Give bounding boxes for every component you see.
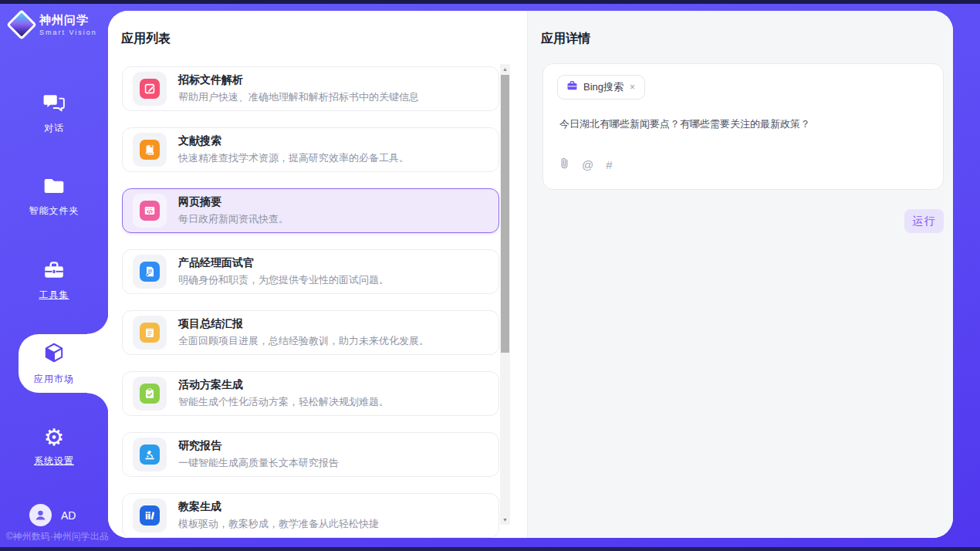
app-title: 招标文件解析 bbox=[178, 73, 419, 87]
query-input-card[interactable]: Bing搜索 × 今日湖北有哪些新闻要点？有哪些需要关注的最新政策？ @ # bbox=[542, 63, 944, 190]
folder-icon bbox=[42, 176, 66, 199]
brand-subtitle: Smart Vision bbox=[39, 29, 97, 36]
briefcase-icon bbox=[566, 80, 578, 94]
app-detail-title: 应用详情 bbox=[541, 31, 590, 47]
run-button[interactable]: 运行 bbox=[904, 209, 944, 233]
main-content: 应用列表 招标文件解析 帮助用户快速、准确地理解和解析招标书中的关键信息 bbox=[108, 11, 953, 538]
mention-icon[interactable]: @ bbox=[582, 158, 593, 171]
sidebar-item-label: 工具集 bbox=[39, 289, 69, 302]
app-card-web-summary[interactable]: 网页摘要 每日政府新闻资讯快查。 bbox=[122, 188, 499, 233]
tool-tag-bing-search[interactable]: Bing搜索 × bbox=[557, 75, 645, 100]
bottom-edge-bar bbox=[0, 547, 980, 551]
app-title: 文献搜索 bbox=[178, 134, 409, 148]
brand-name: 神州问学 bbox=[39, 13, 97, 28]
app-title: 教案生成 bbox=[178, 500, 379, 514]
scrollbar-thumb[interactable] bbox=[501, 75, 509, 353]
app-desc: 模板驱动，教案秒成，教学准备从此轻松快捷 bbox=[178, 517, 379, 531]
sidebar-item-chat[interactable]: 对话 bbox=[0, 84, 108, 143]
scrollbar-down-arrow[interactable]: ▼ bbox=[500, 515, 510, 525]
attachment-toolbar: @ # bbox=[559, 157, 613, 172]
app-title: 项目总结汇报 bbox=[178, 317, 429, 331]
edit-document-icon bbox=[140, 79, 160, 99]
app-card-literature-search[interactable]: 文献搜索 快速精准查找学术资源，提高研究效率的必备工具。 bbox=[122, 127, 499, 172]
chat-icon bbox=[42, 92, 66, 117]
app-card-bid-document-parsing[interactable]: 招标文件解析 帮助用户快速、准确地理解和解析招标书中的关键信息 bbox=[122, 66, 499, 111]
clipboard-check-icon bbox=[140, 384, 160, 404]
browser-code-icon bbox=[140, 201, 160, 221]
app-detail-panel: 应用详情 Bing搜索 × 今日湖北有哪些新闻要点？有哪些需要关注的最新政策？ … bbox=[527, 11, 953, 538]
app-window: 神州问学 Smart Vision 对话 智能文件夹 工具集 bbox=[0, 0, 980, 551]
app-card-research-report[interactable]: 研究报告 一键智能生成高质量长文本研究报告 bbox=[122, 432, 499, 477]
app-list: 招标文件解析 帮助用户快速、准确地理解和解析招标书中的关键信息 文献搜索 快速精… bbox=[122, 66, 499, 538]
sidebar-item-label: 应用市场 bbox=[34, 373, 74, 386]
app-desc: 一键智能生成高质量长文本研究报告 bbox=[178, 456, 339, 470]
sidebar-item-label: 系统设置 bbox=[34, 455, 74, 468]
app-desc: 智能生成个性化活动方案，轻松解决规划难题。 bbox=[178, 395, 389, 409]
app-title: 网页摘要 bbox=[178, 195, 289, 209]
app-card-event-plan[interactable]: 活动方案生成 智能生成个性化活动方案，轻松解决规划难题。 bbox=[122, 371, 499, 416]
interview-document-icon bbox=[140, 262, 160, 282]
app-card-lesson-plan[interactable]: 教案生成 模板驱动，教案秒成，教学准备从此轻松快捷 bbox=[122, 493, 499, 538]
sidebar-item-settings[interactable]: ⚙ 系统设置 bbox=[0, 417, 108, 476]
top-edge-bar bbox=[0, 0, 980, 4]
app-title: 产品经理面试官 bbox=[178, 256, 389, 270]
app-desc: 帮助用户快速、准确地理解和解析招标书中的关键信息 bbox=[178, 90, 419, 104]
app-desc: 明确身份和职责，为您提供专业性的面试问题。 bbox=[178, 273, 389, 287]
scrollbar[interactable]: ▲ ▼ bbox=[500, 64, 510, 525]
user-account[interactable]: AD bbox=[29, 504, 76, 526]
tool-tag-label: Bing搜索 bbox=[583, 80, 623, 94]
notepad-icon bbox=[140, 323, 160, 343]
gear-icon: ⚙ bbox=[44, 426, 65, 449]
app-card-project-summary[interactable]: 项目总结汇报 全面回顾项目进展，总结经验教训，助力未来优化发展。 bbox=[122, 310, 499, 355]
app-list-title: 应用列表 bbox=[121, 31, 171, 47]
user-initials: AD bbox=[61, 509, 76, 522]
app-card-pm-interviewer[interactable]: 产品经理面试官 明确身份和职责，为您提供专业性的面试问题。 bbox=[122, 249, 499, 294]
sidebar-item-app-market[interactable]: 应用市场 bbox=[0, 334, 108, 393]
sidebar-item-label: 对话 bbox=[44, 122, 64, 135]
user-avatar-icon bbox=[29, 504, 52, 526]
app-desc: 快速精准查找学术资源，提高研究效率的必备工具。 bbox=[178, 151, 409, 165]
copyright-text: ©神州数码·神州问学出品 bbox=[6, 530, 109, 543]
sidebar-item-smart-folders[interactable]: 智能文件夹 bbox=[0, 167, 108, 226]
hash-icon[interactable]: # bbox=[606, 158, 612, 171]
sidebar-item-label: 智能文件夹 bbox=[29, 205, 79, 218]
brand-logo: 神州问学 Smart Vision bbox=[11, 13, 97, 36]
book-icon bbox=[140, 140, 160, 160]
query-text[interactable]: 今日湖北有哪些新闻要点？有哪些需要关注的最新政策？ bbox=[559, 117, 931, 132]
sidebar-item-toolset[interactable]: 工具集 bbox=[0, 251, 108, 309]
tag-close-icon[interactable]: × bbox=[629, 82, 636, 93]
toolbox-icon bbox=[42, 259, 66, 283]
microscope-icon bbox=[140, 445, 160, 465]
app-desc: 全面回顾项目进展，总结经验教训，助力未来优化发展。 bbox=[178, 334, 429, 348]
books-icon bbox=[140, 505, 160, 526]
cube-icon bbox=[42, 341, 66, 367]
app-desc: 每日政府新闻资讯快查。 bbox=[178, 212, 289, 226]
app-title: 活动方案生成 bbox=[178, 378, 389, 392]
scrollbar-up-arrow[interactable]: ▲ bbox=[500, 64, 510, 74]
app-title: 研究报告 bbox=[178, 439, 339, 453]
diamond-logo-icon bbox=[6, 9, 37, 40]
app-list-panel: 应用列表 招标文件解析 帮助用户快速、准确地理解和解析招标书中的关键信息 bbox=[108, 11, 527, 538]
sidebar: 神州问学 Smart Vision 对话 智能文件夹 工具集 bbox=[0, 4, 108, 547]
paperclip-icon[interactable] bbox=[559, 157, 569, 172]
